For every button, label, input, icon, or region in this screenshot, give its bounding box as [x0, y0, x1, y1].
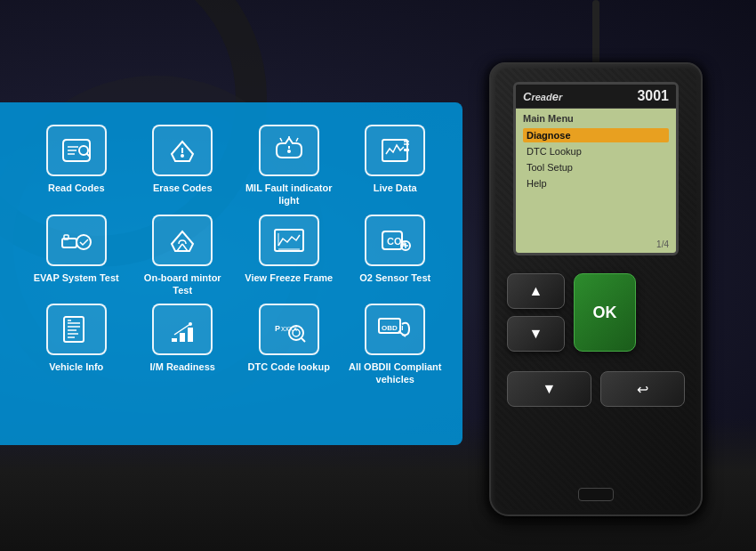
erase-codes-label: Erase Codes [153, 182, 213, 194]
svg-rect-8 [382, 140, 407, 161]
feature-live-data[interactable]: Live Data [346, 125, 446, 207]
scroll-down-button[interactable]: ▼ [507, 371, 591, 407]
menu-title: Main Menu [523, 113, 669, 124]
svg-text:OBD II: OBD II [382, 324, 403, 332]
freeze-frame-icon [259, 215, 319, 266]
feature-vehicle-info[interactable]: Vehicle Info [27, 304, 126, 386]
freeze-frame-label: View Freeze Frame [245, 271, 333, 284]
feature-onboard-monitor[interactable]: On-board mintor Test [133, 215, 233, 297]
svg-rect-29 [180, 333, 185, 342]
svg-point-12 [76, 235, 91, 249]
feature-mil-fault[interactable]: MIL Fault indicator light [239, 125, 339, 207]
feature-o2-sensor[interactable]: CO₂ O2 Sensor Test [346, 215, 446, 297]
screen-lcd: Main Menu Diagnose DTC Lookup Tool Setup… [516, 109, 676, 253]
vehicle-info-label: Vehicle Info [49, 361, 103, 373]
svg-rect-30 [188, 328, 193, 342]
screen-header: Creader 3001 [516, 85, 676, 109]
menu-item-help[interactable]: Help [523, 176, 669, 190]
onboard-monitor-label: On-board mintor Test [133, 271, 233, 297]
live-data-icon [365, 125, 425, 176]
feature-evap-test[interactable]: EVAP System Test [27, 215, 126, 297]
scanner-device: Creader 3001 Main Menu Diagnose DTC Look… [489, 53, 703, 516]
svg-line-36 [302, 338, 305, 342]
im-readiness-icon [152, 304, 213, 355]
feature-im-readiness[interactable]: I/M Readiness [133, 304, 233, 386]
svg-line-3 [280, 138, 282, 142]
feature-dtc-lookup[interactable]: P xxxx DTC Code lookup [239, 304, 339, 386]
svg-rect-11 [64, 235, 68, 239]
svg-text:P: P [275, 324, 280, 333]
menu-item-diagnose[interactable]: Diagnose [523, 128, 669, 142]
dtc-lookup-icon: P xxxx [259, 304, 319, 355]
svg-point-31 [189, 322, 192, 326]
svg-point-2 [181, 154, 184, 158]
obdii-compliant-icon: OBD II [365, 304, 425, 355]
onboard-monitor-icon [152, 215, 213, 266]
up-button[interactable]: ▲ [507, 273, 565, 309]
down-button[interactable]: ▼ [507, 316, 565, 352]
obdii-compliant-label: All OBDII Compliant vehicles [346, 361, 446, 386]
svg-rect-28 [172, 338, 177, 342]
menu-item-dtc-lookup[interactable]: DTC Lookup [523, 144, 669, 158]
obd-port [578, 488, 614, 501]
evap-test-label: EVAP System Test [34, 271, 119, 284]
feature-erase-codes[interactable]: Erase Codes [133, 125, 233, 207]
mil-fault-icon [259, 125, 319, 176]
svg-line-5 [296, 138, 298, 142]
device-cable [592, 0, 599, 71]
feature-obdii-compliant[interactable]: OBD II All OBDII Compliant vehicles [346, 304, 446, 386]
page-indicator: 1/4 [656, 239, 669, 249]
feature-freeze-frame[interactable]: View Freeze Frame [239, 215, 339, 297]
dtc-lookup-label: DTC Code lookup [248, 361, 330, 373]
evap-test-icon [46, 215, 107, 266]
menu-item-tool-setup[interactable]: Tool Setup [523, 160, 669, 174]
svg-rect-9 [404, 149, 409, 151]
im-readiness-label: I/M Readiness [150, 361, 215, 373]
features-grid: Read Codes Erase Codes MIL Fault indicat… [18, 111, 454, 400]
ok-button[interactable]: OK [574, 273, 636, 352]
read-codes-label: Read Codes [48, 182, 105, 194]
live-data-label: Live Data [374, 182, 417, 194]
device-screen: Creader 3001 Main Menu Diagnose DTC Look… [513, 82, 679, 255]
device-brand: Creader [523, 90, 562, 103]
vehicle-info-icon [46, 304, 107, 355]
erase-codes-icon [152, 125, 213, 176]
mil-fault-label: MIL Fault indicator light [239, 182, 339, 207]
o2-sensor-icon: CO₂ [365, 215, 425, 266]
o2-sensor-label: O2 Sensor Test [359, 271, 430, 284]
back-button[interactable]: ↩ [600, 371, 685, 407]
svg-rect-22 [64, 317, 84, 342]
feature-read-codes[interactable]: Read Codes [27, 125, 126, 207]
svg-point-6 [287, 150, 291, 153]
read-codes-icon [46, 125, 107, 176]
device-model: 3001 [637, 88, 669, 104]
device-body: Creader 3001 Main Menu Diagnose DTC Look… [489, 62, 703, 516]
